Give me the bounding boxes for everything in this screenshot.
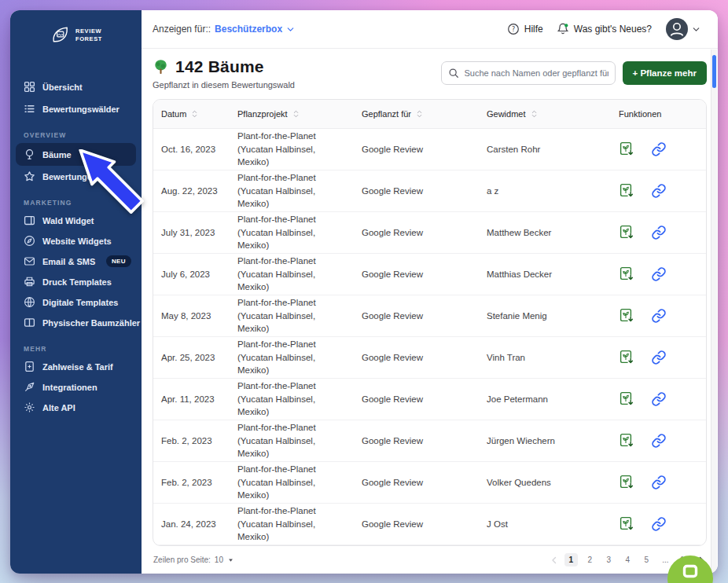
sidebar: REVIEW FOREST Übersicht [10, 10, 142, 574]
table-row: Oct. 16, 2023 Plant-for-the-Planet (Yuca… [153, 129, 706, 170]
table-row: May 8, 2023 Plant-for-the-Planet (Yucata… [153, 295, 706, 337]
sidebar-item-physischer-baumzähler[interactable]: Physischer Baumzähler [16, 313, 136, 332]
cell-pflanzprojekt: Plant-for-the-Planet (Yucatan Halbinsel,… [230, 337, 354, 378]
rows-per-page[interactable]: Zeilen pro Seite: 10 [153, 556, 234, 564]
cell-funktionen [611, 170, 706, 211]
sort-icon[interactable] [531, 109, 538, 119]
download-certificate-icon[interactable] [619, 225, 634, 240]
page-button-5[interactable]: 5 [640, 553, 653, 566]
selected-forest[interactable]: Beschützerbox [215, 24, 282, 35]
column-header-pflanzprojekt[interactable]: Pflanzprojekt [230, 109, 354, 119]
avatar[interactable] [665, 17, 689, 41]
download-certificate-icon[interactable] [619, 350, 634, 365]
download-certificate-icon[interactable] [619, 391, 634, 407]
cell-pflanzprojekt: Plant-for-the-Planet (Yucatan Halbinsel,… [230, 129, 354, 170]
tree-emoji-icon [153, 59, 169, 75]
cell-pflanzprojekt: Plant-for-the-Planet (Yucatan Halbinsel,… [230, 420, 354, 461]
sidebar-item-integrationen[interactable]: Integrationen [16, 377, 136, 397]
table-row: Apr. 11, 2023 Plant-for-the-Planet (Yuca… [153, 379, 706, 420]
cell-pflanzprojekt: Plant-for-the-Planet (Yucatan Halbinsel,… [230, 504, 354, 544]
share-link-icon[interactable] [651, 266, 667, 282]
download-certificate-icon[interactable] [619, 141, 634, 157]
share-link-icon[interactable] [651, 475, 667, 490]
download-certificate-icon[interactable] [619, 183, 634, 199]
mail-icon [24, 255, 35, 267]
cell-gewidmet: Joe Petermann [479, 379, 611, 420]
cell-gepflanzt-fuer: Google Review [354, 129, 479, 170]
cell-gepflanzt-fuer: Google Review [354, 337, 479, 378]
cell-funktionen [611, 129, 706, 170]
plant-more-button[interactable]: + Pflanze mehr [623, 61, 708, 85]
nav-section-marketing: MARKETING Wald Widget Website Widgets [10, 199, 142, 332]
caret-down-icon [227, 556, 234, 563]
sidebar-item-übersicht[interactable]: Übersicht [16, 77, 136, 97]
download-certificate-icon[interactable] [619, 516, 634, 532]
cell-datum: Feb. 2, 2023 [153, 420, 230, 461]
page-button-1[interactable]: 1 [564, 553, 578, 566]
columns-icon [24, 317, 35, 328]
share-link-icon[interactable] [651, 433, 667, 449]
sidebar-item-alte-api[interactable]: Alte API [16, 398, 136, 417]
column-header-gepflanzt-für[interactable]: Gepflanzt für [354, 109, 479, 119]
forest-selector[interactable]: Anzeigen für:: Beschützerbox [153, 24, 295, 35]
cell-datum: July 6, 2023 [153, 254, 230, 295]
svg-text:?: ? [512, 26, 515, 33]
share-link-icon[interactable] [651, 391, 667, 407]
sort-icon[interactable] [292, 109, 300, 119]
column-header-gewidmet[interactable]: Gewidmet [479, 109, 611, 119]
page-button-2[interactable]: 2 [583, 553, 597, 566]
column-header-datum[interactable]: Datum [153, 109, 230, 119]
cell-gepflanzt-fuer: Google Review [354, 212, 479, 253]
sidebar-item-druck-templates[interactable]: Druck Templates [16, 272, 136, 292]
download-certificate-icon[interactable] [619, 475, 634, 490]
sidebar-item-bewertungswälder[interactable]: Bewertungswälder [16, 99, 136, 119]
cell-datum: Apr. 11, 2023 [153, 379, 230, 420]
cell-datum: Aug. 22, 2023 [153, 170, 230, 211]
chevron-down-icon [286, 25, 295, 34]
sidebar-item-digitale-templates[interactable]: Digitale Templates [16, 292, 136, 312]
download-certificate-icon[interactable] [619, 266, 634, 282]
scrollbar-track[interactable] [711, 50, 717, 573]
cell-datum: July 31, 2023 [153, 212, 230, 253]
search-box [441, 61, 616, 85]
page-button[interactable]: ... [659, 553, 672, 566]
sidebar-item-email-sms[interactable]: Email & SMS NEU [16, 251, 136, 271]
help-button[interactable]: ? Hilfe [507, 23, 543, 35]
document-icon [24, 361, 35, 372]
search-icon [448, 68, 459, 82]
share-link-icon[interactable] [651, 141, 667, 157]
column-header-funktionen[interactable]: Funktionen [611, 109, 706, 119]
desktop-background: REVIEW FOREST Übersicht [0, 0, 728, 583]
account-menu[interactable] [665, 17, 700, 41]
share-link-icon[interactable] [651, 183, 667, 199]
whats-new-button[interactable]: Was gibt's Neues? [557, 23, 652, 35]
share-link-icon[interactable] [651, 516, 667, 532]
download-certificate-icon[interactable] [619, 308, 634, 324]
download-certificate-icon[interactable] [619, 433, 634, 449]
share-link-icon[interactable] [651, 308, 667, 324]
page-title: 142 Bäume [175, 57, 264, 76]
title-block: 142 Bäume Gepflanzt in diesem Bewertungs… [153, 57, 295, 90]
sidebar-item-zahlweise-tarif[interactable]: Zahlweise & Tarif [16, 357, 136, 376]
main-area: Anzeigen für:: Beschützerbox ? Hilfe Was… [142, 10, 718, 574]
prev-page-button[interactable] [550, 556, 559, 565]
sort-icon[interactable] [191, 109, 198, 119]
scrollbar-thumb[interactable] [712, 55, 716, 88]
sidebar-item-website-widgets[interactable]: Website Widgets [16, 231, 136, 251]
page-button-3[interactable]: 3 [602, 553, 616, 566]
sort-icon[interactable] [416, 109, 423, 119]
cell-gepflanzt-fuer: Google Review [354, 295, 479, 336]
cell-datum: Jan. 24, 2023 [153, 504, 230, 544]
page-button-4[interactable]: 4 [621, 553, 634, 566]
table-body: Oct. 16, 2023 Plant-for-the-Planet (Yuca… [153, 129, 706, 545]
cell-datum: Feb. 2, 2023 [153, 462, 230, 503]
cell-funktionen [611, 420, 706, 461]
cell-gewidmet: J Ost [479, 504, 611, 544]
rows-per-page-value[interactable]: 10 [215, 556, 223, 564]
cell-gewidmet: Carsten Rohr [479, 129, 611, 170]
header-actions: + Pflanze mehr [441, 61, 708, 90]
help-icon: ? [507, 23, 520, 35]
search-input[interactable] [441, 61, 616, 85]
share-link-icon[interactable] [651, 225, 667, 240]
share-link-icon[interactable] [651, 350, 667, 365]
